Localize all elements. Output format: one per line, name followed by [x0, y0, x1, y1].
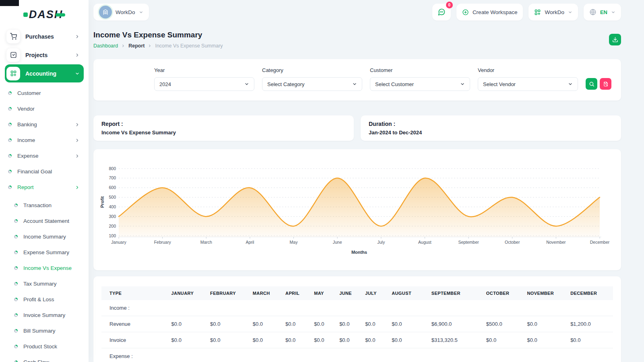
sidebar-item-expense-summary[interactable]: Expense Summary [8, 245, 82, 260]
sidebar-item-profit-loss[interactable]: Profit & Loss [8, 292, 82, 307]
profit-area-chart: 100200300400500600700800JanuaryFebruaryM… [93, 149, 621, 270]
sidebar-item-label: Report [17, 184, 75, 190]
bullet-icon [14, 345, 18, 348]
file-off-icon [603, 81, 609, 87]
grid-icon [534, 9, 541, 16]
vendor-value: Select Vendor [483, 81, 516, 87]
chevron-right-icon [75, 122, 80, 127]
y-tick-label: 100 [109, 233, 116, 238]
sidebar-item-invoice-summary[interactable]: Invoice Summary [8, 307, 82, 323]
workspace-selector[interactable]: WorkDo [93, 4, 149, 21]
breadcrumb-current: Income Vs Expense Summary [155, 43, 223, 49]
breadcrumb: Dashboard Report Income Vs Expense Summa… [93, 43, 223, 49]
check-square-icon [6, 48, 20, 62]
customer-select[interactable]: Select Customer [370, 77, 470, 91]
sidebar-item-projects[interactable]: Projects [5, 46, 84, 64]
sidebar-item-expense[interactable]: Expense [8, 148, 82, 164]
sidebar-item-financial-goal[interactable]: Financial Goal [8, 164, 82, 179]
table-header-cell: OCTOBER [483, 286, 524, 300]
reset-filter-button[interactable] [600, 78, 611, 90]
search-button[interactable] [586, 78, 597, 90]
table-value-cell: $0.0 [567, 332, 613, 348]
bullet-icon [8, 107, 12, 111]
table-row: Revenue$0.0$0.0$0.0$0.0$0.0$0.0$0.0$0.0$… [101, 316, 613, 332]
table-type-cell: Invoice [101, 332, 168, 348]
bullet-icon [8, 123, 12, 126]
messages-button[interactable]: 0 [432, 4, 451, 21]
table-value-cell: $0.0 [524, 332, 567, 348]
logo-accent-bar [56, 13, 65, 16]
x-tick-label: September [458, 240, 479, 245]
table-value-cell: $500.0 [483, 316, 524, 332]
sidebar-item-label: Cash Flow [23, 359, 82, 362]
sidebar-item-vendor[interactable]: Vendor [8, 101, 82, 117]
sidebar-item-tax-summary[interactable]: Tax Summary [8, 276, 82, 292]
y-tick-label: 200 [109, 224, 116, 228]
year-value: 2024 [159, 81, 171, 87]
table-value-cell: $0.0 [311, 332, 336, 348]
table-header-cell: MAY [311, 286, 336, 300]
bullet-icon [14, 204, 18, 207]
profit-area-fill [119, 178, 600, 237]
sidebar-item-accounting[interactable]: Accounting [5, 64, 84, 82]
sidebar-item-label: Transaction [23, 202, 82, 208]
sidebar-item-income[interactable]: Income [8, 132, 82, 148]
sidebar-item-product-stock[interactable]: Product Stock [8, 339, 82, 354]
vendor-select[interactable]: Select Vendor [478, 77, 578, 91]
customer-label: Customer [370, 67, 470, 73]
chevron-right-icon [148, 44, 152, 48]
workspace-name: WorkDo [116, 9, 135, 15]
year-select[interactable]: 2024 [154, 77, 254, 91]
sidebar-item-cash-flow[interactable]: Cash Flow [8, 354, 82, 362]
sidebar-item-transaction[interactable]: Transaction [8, 197, 82, 213]
cart-icon [6, 30, 20, 43]
sidebar-item-income-vs-expense[interactable]: Income Vs Expense [8, 260, 82, 276]
sidebar-item-purchases[interactable]: Purchases [5, 27, 84, 45]
logo-accent-dot [23, 12, 28, 17]
download-icon [612, 37, 618, 43]
table-value-cell: $0.0 [250, 332, 282, 348]
income-expense-table: TYPEJANUARYFEBRUARYMARCHAPRILMAYJUNEJULY… [101, 286, 613, 362]
bullet-icon [8, 91, 12, 95]
sidebar-item-income-summary[interactable]: Income Summary [8, 229, 82, 245]
topbar: WorkDo 0 Create Workspace [93, 3, 621, 21]
table-header-cell: FEBRUARY [207, 286, 250, 300]
chevron-right-icon [75, 138, 80, 143]
workspace-menu[interactable]: WorkDo [528, 4, 578, 21]
sidebar-item-account-statement[interactable]: Account Statement [8, 213, 82, 229]
language-selector[interactable]: EN [584, 4, 621, 21]
y-tick-label: 800 [109, 166, 116, 171]
duration-label: Duration : [369, 121, 613, 127]
vendor-field: Vendor Select Vendor [478, 67, 578, 91]
chevron-down-icon [139, 10, 143, 14]
y-axis-title: Profit [100, 196, 105, 208]
chevron-right-icon [75, 185, 80, 190]
x-tick-label: October [505, 240, 520, 245]
table-value-cell: $0.0 [336, 332, 362, 348]
sidebar-item-banking[interactable]: Banking [8, 117, 82, 132]
bullet-icon [8, 170, 12, 173]
bullet-icon [14, 298, 18, 301]
category-select[interactable]: Select Category [262, 77, 362, 91]
create-workspace-button[interactable]: Create Workspace [456, 4, 523, 21]
bullet-icon [8, 138, 12, 142]
breadcrumb-report[interactable]: Report [128, 43, 144, 49]
table-group-row: Expense : [101, 348, 613, 362]
grid-plus-icon [6, 67, 20, 80]
download-button[interactable] [609, 34, 621, 45]
table-value-cell: $0.0 [207, 316, 250, 332]
breadcrumb-dashboard[interactable]: Dashboard [93, 43, 118, 49]
chevron-right-icon [75, 53, 80, 58]
table-header-cell: NOVEMBER [524, 286, 567, 300]
bullet-icon [14, 235, 18, 239]
chevron-right-icon [121, 44, 125, 48]
table-value-cell: $0.0 [311, 316, 336, 332]
sidebar-item-bill-summary[interactable]: Bill Summary [8, 323, 82, 339]
table-value-cell: $0.0 [388, 332, 428, 348]
sidebar-item-customer[interactable]: Customer [8, 85, 82, 101]
report-submenu: TransactionAccount StatementIncome Summa… [0, 195, 89, 362]
window-corner-strip [0, 0, 19, 6]
duration-value: Jan-2024 to Dec-2024 [369, 130, 613, 136]
summary-cards: Report : Income Vs Expense Summary Durat… [93, 115, 621, 141]
sidebar-item-report[interactable]: Report [8, 179, 82, 195]
